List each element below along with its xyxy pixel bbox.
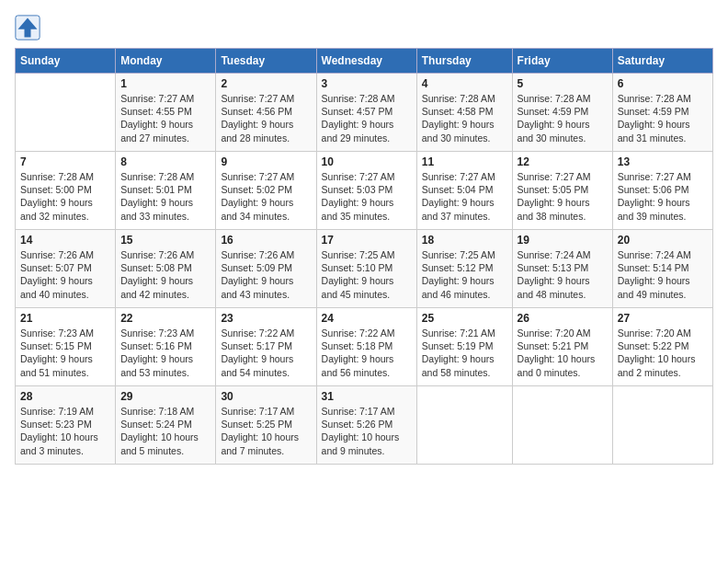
cell-week2-day5: 19Sunrise: 7:24 AMSunset: 5:13 PMDayligh… [512,230,612,308]
day-number: 1 [120,77,210,90]
cell-week1-day4: 11Sunrise: 7:27 AMSunset: 5:04 PMDayligh… [416,152,512,230]
day-info: Sunrise: 7:19 AMSunset: 5:23 PMDaylight:… [20,405,110,457]
cell-week3-day5: 26Sunrise: 7:20 AMSunset: 5:21 PMDayligh… [512,308,612,386]
cell-week2-day0: 14Sunrise: 7:26 AMSunset: 5:07 PMDayligh… [16,230,116,308]
day-info: Sunrise: 7:27 AMSunset: 5:06 PMDaylight:… [618,170,708,223]
day-number: 15 [120,234,210,247]
cell-week4-day3: 31Sunrise: 7:17 AMSunset: 5:26 PMDayligh… [316,386,416,465]
day-number: 31 [322,390,412,403]
cell-week4-day4 [416,386,512,465]
cell-week2-day3: 17Sunrise: 7:25 AMSunset: 5:10 PMDayligh… [316,230,416,308]
cell-week4-day0: 28Sunrise: 7:19 AMSunset: 5:23 PMDayligh… [16,386,116,465]
day-number: 24 [322,312,412,325]
cell-week2-day6: 20Sunrise: 7:24 AMSunset: 5:14 PMDayligh… [612,230,712,308]
cell-week4-day6 [612,386,712,465]
day-number: 5 [518,77,608,90]
cell-week4-day2: 30Sunrise: 7:17 AMSunset: 5:25 PMDayligh… [216,386,316,465]
day-number: 21 [20,312,110,325]
cell-week1-day5: 12Sunrise: 7:27 AMSunset: 5:05 PMDayligh… [512,152,612,230]
cell-week1-day0: 7Sunrise: 7:28 AMSunset: 5:00 PMDaylight… [16,152,116,230]
cell-week2-day2: 16Sunrise: 7:26 AMSunset: 5:09 PMDayligh… [216,230,316,308]
day-info: Sunrise: 7:26 AMSunset: 5:08 PMDaylight:… [120,248,210,301]
col-header-thursday: Thursday [416,49,512,74]
day-info: Sunrise: 7:23 AMSunset: 5:15 PMDaylight:… [20,327,110,379]
cell-week1-day1: 8Sunrise: 7:28 AMSunset: 5:01 PMDaylight… [116,152,216,230]
cell-week1-day2: 9Sunrise: 7:27 AMSunset: 5:02 PMDaylight… [216,152,316,230]
day-info: Sunrise: 7:23 AMSunset: 5:16 PMDaylight:… [120,327,210,379]
day-number: 29 [120,390,210,403]
day-info: Sunrise: 7:27 AMSunset: 5:03 PMDaylight:… [322,170,412,223]
day-info: Sunrise: 7:28 AMSunset: 4:57 PMDaylight:… [322,92,412,144]
day-number: 2 [221,77,311,90]
cell-week2-day4: 18Sunrise: 7:25 AMSunset: 5:12 PMDayligh… [416,230,512,308]
cell-week0-day4: 4Sunrise: 7:28 AMSunset: 4:58 PMDaylight… [416,74,512,152]
day-info: Sunrise: 7:17 AMSunset: 5:26 PMDaylight:… [322,405,412,457]
cell-week0-day2: 2Sunrise: 7:27 AMSunset: 4:56 PMDaylight… [216,74,316,152]
day-info: Sunrise: 7:20 AMSunset: 5:21 PMDaylight:… [518,327,608,379]
day-info: Sunrise: 7:17 AMSunset: 5:25 PMDaylight:… [221,405,311,457]
cell-week3-day3: 24Sunrise: 7:22 AMSunset: 5:18 PMDayligh… [316,308,416,386]
cell-week0-day0 [16,74,116,152]
day-info: Sunrise: 7:28 AMSunset: 4:59 PMDaylight:… [518,92,608,144]
cell-week3-day0: 21Sunrise: 7:23 AMSunset: 5:15 PMDayligh… [16,308,116,386]
cell-week1-day3: 10Sunrise: 7:27 AMSunset: 5:03 PMDayligh… [316,152,416,230]
col-header-friday: Friday [512,49,612,74]
col-header-tuesday: Tuesday [216,49,316,74]
cell-week0-day1: 1Sunrise: 7:27 AMSunset: 4:55 PMDaylight… [116,74,216,152]
day-info: Sunrise: 7:27 AMSunset: 4:55 PMDaylight:… [120,92,210,144]
day-number: 18 [422,234,507,247]
day-info: Sunrise: 7:25 AMSunset: 5:10 PMDaylight:… [322,248,412,301]
day-info: Sunrise: 7:28 AMSunset: 5:00 PMDaylight:… [20,170,110,223]
day-info: Sunrise: 7:22 AMSunset: 5:18 PMDaylight:… [322,327,412,379]
day-number: 4 [422,77,507,90]
logo-icon [15,15,40,40]
day-info: Sunrise: 7:26 AMSunset: 5:07 PMDaylight:… [20,248,110,301]
day-number: 12 [518,155,608,168]
col-header-monday: Monday [116,49,216,74]
cell-week1-day6: 13Sunrise: 7:27 AMSunset: 5:06 PMDayligh… [612,152,712,230]
day-info: Sunrise: 7:27 AMSunset: 4:56 PMDaylight:… [221,92,311,144]
cell-week2-day1: 15Sunrise: 7:26 AMSunset: 5:08 PMDayligh… [116,230,216,308]
day-info: Sunrise: 7:28 AMSunset: 5:01 PMDaylight:… [120,170,210,223]
day-number: 3 [322,77,412,90]
col-header-saturday: Saturday [612,49,712,74]
logo [15,15,44,40]
day-number: 8 [120,155,210,168]
day-number: 6 [618,77,708,90]
day-info: Sunrise: 7:22 AMSunset: 5:17 PMDaylight:… [221,327,311,379]
day-number: 26 [518,312,608,325]
cell-week3-day6: 27Sunrise: 7:20 AMSunset: 5:22 PMDayligh… [612,308,712,386]
day-number: 16 [221,234,311,247]
day-info: Sunrise: 7:27 AMSunset: 5:05 PMDaylight:… [518,170,608,223]
cell-week4-day1: 29Sunrise: 7:18 AMSunset: 5:24 PMDayligh… [116,386,216,465]
col-header-sunday: Sunday [16,49,116,74]
day-number: 25 [422,312,507,325]
cell-week3-day2: 23Sunrise: 7:22 AMSunset: 5:17 PMDayligh… [216,308,316,386]
cell-week3-day1: 22Sunrise: 7:23 AMSunset: 5:16 PMDayligh… [116,308,216,386]
day-info: Sunrise: 7:27 AMSunset: 5:04 PMDaylight:… [422,170,507,223]
day-info: Sunrise: 7:28 AMSunset: 4:59 PMDaylight:… [618,92,708,144]
day-number: 30 [221,390,311,403]
cell-week0-day6: 6Sunrise: 7:28 AMSunset: 4:59 PMDaylight… [612,74,712,152]
day-number: 27 [618,312,708,325]
day-info: Sunrise: 7:25 AMSunset: 5:12 PMDaylight:… [422,248,507,301]
col-header-wednesday: Wednesday [316,49,416,74]
day-info: Sunrise: 7:24 AMSunset: 5:13 PMDaylight:… [518,248,608,301]
cell-week0-day5: 5Sunrise: 7:28 AMSunset: 4:59 PMDaylight… [512,74,612,152]
day-info: Sunrise: 7:26 AMSunset: 5:09 PMDaylight:… [221,248,311,301]
cell-week0-day3: 3Sunrise: 7:28 AMSunset: 4:57 PMDaylight… [316,74,416,152]
day-number: 20 [618,234,708,247]
day-number: 17 [322,234,412,247]
day-number: 28 [20,390,110,403]
day-number: 13 [618,155,708,168]
day-number: 22 [120,312,210,325]
day-number: 7 [20,155,110,168]
day-info: Sunrise: 7:28 AMSunset: 4:58 PMDaylight:… [422,92,507,144]
day-info: Sunrise: 7:20 AMSunset: 5:22 PMDaylight:… [618,327,708,379]
day-number: 11 [422,155,507,168]
day-info: Sunrise: 7:24 AMSunset: 5:14 PMDaylight:… [618,248,708,301]
day-number: 10 [322,155,412,168]
day-number: 23 [221,312,311,325]
day-info: Sunrise: 7:27 AMSunset: 5:02 PMDaylight:… [221,170,311,223]
day-info: Sunrise: 7:18 AMSunset: 5:24 PMDaylight:… [120,405,210,457]
